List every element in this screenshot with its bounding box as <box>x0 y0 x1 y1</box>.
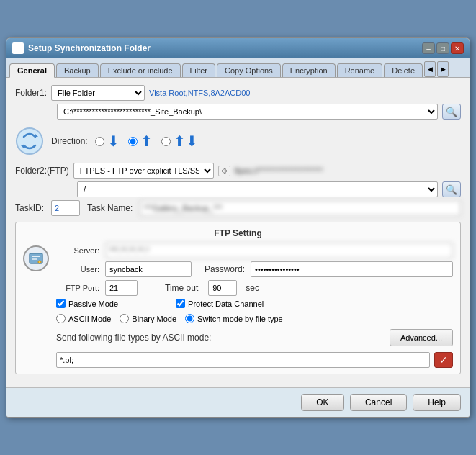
ftp-settings-icon[interactable]: ⚙ <box>218 166 230 176</box>
server-input[interactable] <box>105 243 453 258</box>
direction-option-down: ⬇ <box>95 132 120 150</box>
ascii-mode-label: ASCII Mode <box>68 315 111 323</box>
ascii-types-label: Send following file types by ASCII mode: <box>56 333 211 343</box>
title-bar: Setup Synchronization Folder – □ ✕ <box>6 38 470 58</box>
close-button[interactable]: ✕ <box>451 42 464 54</box>
ftp-svg-icon <box>28 251 44 266</box>
timeout-input[interactable] <box>208 280 237 296</box>
protect-channel-checkbox[interactable] <box>176 299 185 308</box>
taskname-label: Task Name: <box>87 203 133 213</box>
ascii-types-header: Send following file types by ASCII mode:… <box>56 329 453 346</box>
switch-mode-option: Switch mode by file type <box>185 314 283 323</box>
minimize-button[interactable]: – <box>422 42 435 54</box>
sync-icon <box>15 127 44 156</box>
direction-radios: ⬇ ⬆ ⬆⬇ <box>95 132 198 150</box>
folder1-label: Folder1: <box>15 88 47 98</box>
switch-mode-radio[interactable] <box>185 314 194 323</box>
ok-button[interactable]: OK <box>301 394 344 411</box>
direction-label: Direction: <box>51 136 88 146</box>
password-label: Password: <box>205 264 245 274</box>
up-arrow-icon: ⬆ <box>140 132 153 150</box>
svg-rect-4 <box>32 256 40 257</box>
tabs-container: General Backup Exclude or include Filter… <box>6 58 470 78</box>
ascii-mode-option: ASCII Mode <box>56 314 111 323</box>
main-window: Setup Synchronization Folder – □ ✕ Gener… <box>6 37 470 418</box>
direction-option-both: ⬆⬇ <box>161 132 198 150</box>
maximize-button[interactable]: □ <box>436 42 449 54</box>
taskid-input[interactable] <box>51 200 80 216</box>
ascii-clear-button[interactable]: ✓ <box>434 352 453 368</box>
tab-nav-right[interactable]: ▶ <box>437 61 449 77</box>
folder2-browse-icon: 🔍 <box>446 184 457 195</box>
folder2-path-row: / 🔍 <box>15 181 461 197</box>
both-arrows-icon: ⬆⬇ <box>174 132 198 150</box>
content-area: Folder1: File Folder Vista Root,NTFS,8A2… <box>6 78 470 387</box>
ftp-icon-container <box>23 243 49 368</box>
down-arrow-icon: ⬇ <box>107 132 120 150</box>
timeout-unit: sec <box>246 283 259 293</box>
server-label: Server: <box>56 246 99 255</box>
folder2-label: Folder2:(FTP) <box>15 166 69 176</box>
folder1-type-select[interactable]: File Folder <box>51 85 145 101</box>
cancel-button[interactable]: Cancel <box>350 394 407 411</box>
mode-radios-row: ASCII Mode Binary Mode Switch mode by fi… <box>56 314 453 323</box>
taskname-input[interactable] <box>140 200 461 216</box>
passive-mode-checkbox[interactable] <box>56 299 66 308</box>
window-title: Setup Synchronization Folder <box>28 43 151 53</box>
title-bar-buttons: – □ ✕ <box>422 42 464 54</box>
help-button[interactable]: Help <box>413 394 461 411</box>
window-icon <box>12 42 24 54</box>
direction-radio-up[interactable] <box>128 137 138 146</box>
binary-mode-label: Binary Mode <box>132 315 176 323</box>
folder1-browse-button[interactable]: 🔍 <box>442 104 461 120</box>
ftp-settings-box: FTP Setting Server: <box>15 222 461 374</box>
folder2-browse-button[interactable]: 🔍 <box>442 181 461 197</box>
timeout-label: Time out <box>165 283 198 293</box>
folder1-browse-icon: 🔍 <box>446 107 457 117</box>
port-input[interactable] <box>105 280 138 296</box>
ftp-box-content: Server: User: Password: FTP Port: <box>23 243 453 368</box>
tab-delete[interactable]: Delete <box>384 63 423 77</box>
protect-channel-check: Protect Data Channel <box>176 299 264 308</box>
bottom-bar: OK Cancel Help <box>6 387 470 417</box>
tab-nav-left[interactable]: ◀ <box>424 61 436 77</box>
binary-mode-radio[interactable] <box>120 314 129 323</box>
tab-rename[interactable]: Rename <box>337 63 383 77</box>
tab-exclude[interactable]: Exclude or include <box>100 63 181 77</box>
ftp-server-icon <box>23 245 49 271</box>
binary-mode-option: Binary Mode <box>120 314 176 323</box>
svg-point-6 <box>38 261 41 263</box>
direction-section: Direction: ⬇ ⬆ ⬆⬇ <box>15 122 461 160</box>
port-label: FTP Port: <box>56 284 99 292</box>
direction-radio-down[interactable] <box>95 137 104 146</box>
svg-point-0 <box>17 128 42 154</box>
folder2-protocol-select[interactable]: FTPES - FTP over explicit TLS/SSL <box>73 163 214 179</box>
tab-general[interactable]: General <box>9 63 55 78</box>
user-input[interactable] <box>105 261 192 277</box>
folder1-link[interactable]: Vista Root,NTFS,8A2ACD00 <box>149 89 250 97</box>
tab-backup[interactable]: Backup <box>56 63 99 77</box>
tab-copy-options[interactable]: Copy Options <box>217 63 281 77</box>
direction-option-up: ⬆ <box>128 132 153 150</box>
ftp-section-title: FTP Setting <box>23 228 453 238</box>
advanced-button[interactable]: Advanced... <box>390 329 453 346</box>
tab-filter[interactable]: Filter <box>182 63 215 77</box>
tab-encryption[interactable]: Encryption <box>282 63 336 77</box>
ascii-types-input-row: ✓ <box>56 352 453 368</box>
direction-radio-both[interactable] <box>161 137 171 146</box>
folder2-row: Folder2:(FTP) FTPES - FTP over explicit … <box>15 163 461 179</box>
folder1-path-select[interactable]: C:\*************************_Site_Backup… <box>57 104 438 120</box>
user-label: User: <box>56 265 99 274</box>
folder1-row: Folder1: File Folder Vista Root,NTFS,8A2… <box>15 85 461 101</box>
folder1-path-row: C:\*************************_Site_Backup… <box>15 104 461 120</box>
passive-mode-label: Passive Mode <box>68 299 118 308</box>
switch-mode-label: Switch mode by file type <box>197 315 283 323</box>
passive-mode-check: Passive Mode <box>56 299 118 308</box>
ascii-mode-radio[interactable] <box>56 314 66 323</box>
folder2-path-select[interactable]: / <box>77 181 438 197</box>
ftp-port-timeout-row: FTP Port: Time out sec <box>56 280 453 296</box>
password-input[interactable] <box>251 261 453 277</box>
ascii-types-input[interactable] <box>56 352 430 368</box>
protect-channel-label: Protect Data Channel <box>188 299 264 308</box>
folder2-link[interactable]: ftpes://********************* <box>235 166 323 175</box>
